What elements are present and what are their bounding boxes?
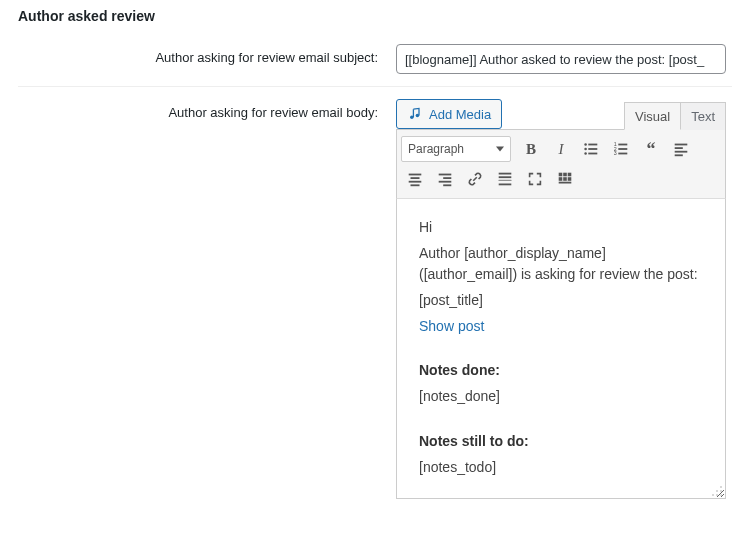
toolbar-toggle-icon[interactable] <box>551 166 579 192</box>
svg-point-39 <box>720 490 722 492</box>
svg-rect-26 <box>499 173 512 175</box>
notes-todo-label: Notes still to do: <box>419 431 703 453</box>
svg-rect-36 <box>568 177 572 181</box>
svg-rect-3 <box>588 144 597 146</box>
notes-done-label: Notes done: <box>419 360 703 382</box>
insert-more-icon[interactable] <box>491 166 519 192</box>
fullscreen-icon[interactable] <box>521 166 549 192</box>
body-label: Author asking for review email body: <box>18 99 396 120</box>
svg-point-42 <box>716 494 718 496</box>
svg-rect-9 <box>618 144 627 146</box>
subject-row: Author asking for review email subject: <box>18 32 732 87</box>
svg-point-6 <box>584 152 587 155</box>
svg-rect-21 <box>411 184 420 186</box>
svg-rect-22 <box>439 174 452 176</box>
svg-rect-25 <box>443 184 451 186</box>
editor-content[interactable]: Hi Author [author_display_name] ([author… <box>396 199 726 499</box>
add-media-label: Add Media <box>429 107 491 122</box>
svg-rect-13 <box>618 153 627 155</box>
svg-point-2 <box>584 143 587 146</box>
svg-rect-17 <box>675 154 683 156</box>
music-note-icon <box>407 106 423 122</box>
svg-rect-37 <box>559 182 572 184</box>
show-post-link[interactable]: Show post <box>419 318 484 334</box>
align-left-icon[interactable] <box>667 136 695 162</box>
bold-icon[interactable]: B <box>517 136 545 162</box>
svg-rect-24 <box>439 181 452 183</box>
svg-rect-5 <box>588 148 597 150</box>
svg-point-4 <box>584 148 587 151</box>
svg-rect-14 <box>675 144 688 146</box>
svg-point-41 <box>720 494 722 496</box>
tab-visual[interactable]: Visual <box>624 102 681 130</box>
svg-point-40 <box>716 490 718 492</box>
link-icon[interactable] <box>461 166 489 192</box>
subject-input[interactable] <box>396 44 726 74</box>
svg-rect-15 <box>675 147 683 149</box>
notes-done-value: [notes_done] <box>419 386 703 408</box>
resize-handle-icon[interactable] <box>711 484 723 496</box>
subject-label: Author asking for review email subject: <box>18 44 396 65</box>
numbered-list-icon[interactable]: 123 <box>607 136 635 162</box>
bullet-list-icon[interactable] <box>577 136 605 162</box>
svg-point-0 <box>410 115 414 119</box>
add-media-button[interactable]: Add Media <box>396 99 502 129</box>
svg-rect-34 <box>559 177 563 181</box>
svg-rect-18 <box>409 174 422 176</box>
format-select[interactable]: Paragraph <box>401 136 511 162</box>
svg-rect-31 <box>559 173 563 177</box>
svg-point-38 <box>720 486 722 488</box>
rich-editor: Add Media Visual Text Paragraph B I <box>396 99 726 499</box>
svg-text:3: 3 <box>614 150 617 156</box>
svg-rect-27 <box>499 176 512 178</box>
svg-rect-33 <box>568 173 572 177</box>
notes-todo-value: [notes_todo] <box>419 457 703 479</box>
svg-rect-32 <box>563 173 567 177</box>
italic-icon[interactable]: I <box>547 136 575 162</box>
svg-rect-23 <box>443 177 451 179</box>
body-line: Author [author_display_name] ([author_em… <box>419 243 703 286</box>
svg-point-1 <box>416 114 420 118</box>
align-center-icon[interactable] <box>401 166 429 192</box>
body-line: [post_title] <box>419 290 703 312</box>
editor-tabs: Visual Text <box>624 101 726 129</box>
body-line: Hi <box>419 217 703 239</box>
svg-rect-35 <box>563 177 567 181</box>
svg-rect-16 <box>675 151 688 153</box>
svg-rect-7 <box>588 153 597 155</box>
section-heading: Author asked review <box>18 8 732 24</box>
tab-text[interactable]: Text <box>681 102 726 130</box>
svg-rect-30 <box>499 184 512 186</box>
svg-point-43 <box>712 494 714 496</box>
svg-rect-19 <box>411 177 420 179</box>
svg-rect-29 <box>499 180 512 181</box>
svg-rect-20 <box>409 181 422 183</box>
body-row: Author asking for review email body: Add… <box>18 87 732 511</box>
align-right-icon[interactable] <box>431 166 459 192</box>
blockquote-icon[interactable]: “ <box>637 136 665 162</box>
svg-rect-11 <box>618 148 627 150</box>
editor-toolbar: Paragraph B I 123 “ <box>396 129 726 199</box>
